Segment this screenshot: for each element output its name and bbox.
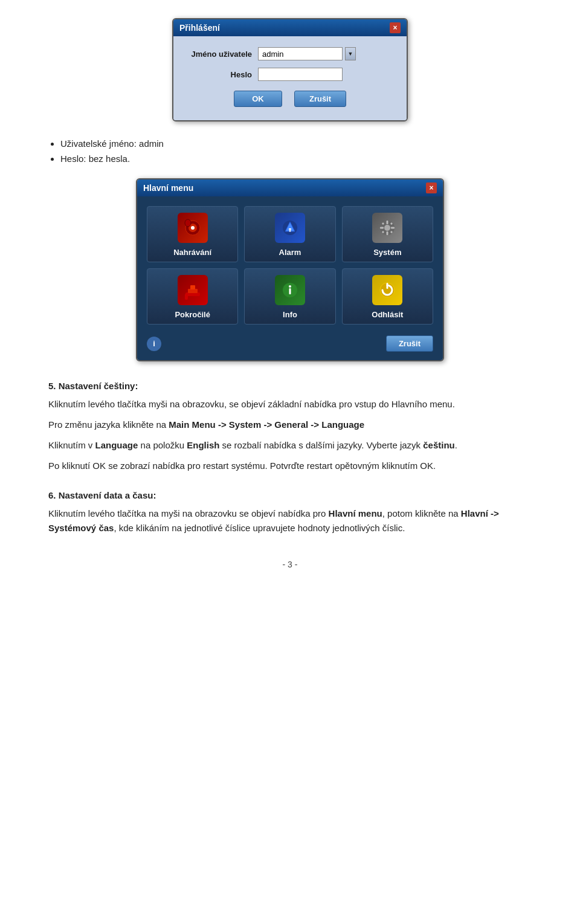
svg-point-3 (185, 219, 191, 227)
credentials-list: Uživatelské jméno: admin Heslo: bez hesl… (60, 138, 532, 164)
logout-label: Odhlásit (372, 310, 403, 319)
recording-svg (183, 218, 202, 237)
svg-rect-5 (289, 228, 291, 230)
recording-label: Nahrávání (173, 248, 211, 257)
section5-para3-bold1: Language (95, 440, 138, 450)
login-body: Jméno uživatele ▼ Heslo OK Zrušit (173, 36, 407, 120)
section6-para1-text1: Kliknutím levého tlačítka na myši na obr… (48, 508, 329, 519)
section6-para1: Kliknutím levého tlačítka na myši na obr… (48, 506, 532, 535)
svg-rect-22 (289, 288, 291, 294)
login-close-button[interactable]: × (390, 22, 401, 33)
password-row: Heslo (185, 68, 395, 81)
section5-heading: 5. Nastavení češtiny: (48, 381, 532, 391)
bullet-password: Heslo: bez hesla. (60, 153, 532, 164)
username-row: Jméno uživatele ▼ (185, 47, 395, 60)
system-label: Systém (373, 248, 401, 257)
section5-para3-bold3: češtinu (423, 440, 455, 450)
svg-rect-19 (190, 285, 195, 289)
svg-point-8 (384, 225, 390, 231)
section5-para1: Kliknutím levého tlačítka myši na obrazo… (48, 397, 532, 412)
section6: 6. Nastavení data a času: Kliknutím levé… (48, 490, 532, 535)
logout-icon (372, 275, 402, 305)
section5-para2-text1: Pro změnu jazyka klikněte na (48, 419, 169, 430)
login-dialog-wrapper: Přihlášení × Jméno uživatele ▼ Heslo OK … (48, 18, 532, 121)
section5-para4: Po kliknutí OK se zobrazí nabídka pro re… (48, 459, 532, 473)
page-footer: - 3 - (48, 560, 532, 569)
menu-item-advanced[interactable]: Pokročilé (147, 268, 238, 325)
system-icon (372, 213, 402, 243)
section5-para3-text4: . (455, 440, 457, 450)
section5-para3: Kliknutím v Language na položku English … (48, 438, 532, 453)
advanced-svg (183, 280, 202, 300)
password-input-wrapper (258, 68, 343, 81)
svg-point-23 (289, 285, 291, 288)
svg-rect-10 (387, 231, 388, 235)
mainmenu-dialog: Hlavní menu × Nahrávání (136, 178, 444, 361)
bullet-username: Uživatelské jméno: admin (60, 138, 532, 149)
section6-para1-bold1: Hlavní menu (329, 508, 382, 519)
mainmenu-dialog-wrapper: Hlavní menu × Nahrávání (48, 178, 532, 361)
system-svg (378, 218, 397, 237)
login-title: Přihlášení (179, 23, 220, 33)
section5-para3-text2: na položku (138, 440, 187, 450)
section6-heading: 6. Nastavení data a času: (48, 490, 532, 500)
login-buttons: OK Zrušit (185, 91, 395, 112)
password-label: Heslo (185, 70, 258, 79)
svg-rect-12 (391, 227, 395, 229)
alarm-svg (280, 218, 300, 237)
page-number: - 3 - (283, 560, 298, 569)
login-titlebar: Přihlášení × (173, 19, 407, 36)
svg-rect-25 (387, 283, 388, 289)
login-dialog: Přihlášení × Jméno uživatele ▼ Heslo OK … (172, 18, 408, 121)
menu-item-logout[interactable]: Odhlásit (342, 268, 433, 325)
login-ok-button[interactable]: OK (234, 91, 282, 107)
svg-rect-18 (188, 289, 198, 293)
menu-item-recording[interactable]: Nahrávání (147, 206, 238, 262)
username-label: Jméno uživatele (185, 50, 258, 59)
svg-rect-20 (185, 294, 188, 300)
mainmenu-info-badge: i (147, 337, 161, 351)
svg-point-6 (289, 230, 291, 232)
info-menu-icon (275, 275, 305, 305)
advanced-icon (178, 275, 208, 305)
login-cancel-button[interactable]: Zrušit (294, 91, 346, 107)
mainmenu-title: Hlavní menu (143, 183, 193, 193)
mainmenu-titlebar: Hlavní menu × (137, 179, 443, 196)
password-input[interactable] (258, 68, 343, 81)
alarm-label: Alarm (279, 248, 301, 257)
menu-item-system[interactable]: Systém (342, 206, 433, 262)
alarm-icon (275, 213, 305, 243)
section6-para1-text3: , kde klikáním na jednotlivé číslice upr… (114, 523, 405, 533)
info-svg (280, 280, 300, 300)
username-input[interactable] (258, 47, 343, 60)
svg-rect-9 (387, 221, 388, 224)
username-input-wrapper: ▼ (258, 47, 356, 60)
section5-para3-text3: se rozbalí nabídka s dalšími jazyky. Vyb… (219, 440, 423, 450)
section5-para2-bold1: Main Menu -> System -> General -> Langua… (169, 419, 364, 430)
recording-icon (178, 213, 208, 243)
section5-para2: Pro změnu jazyka klikněte na Main Menu -… (48, 418, 532, 432)
mainmenu-close-button[interactable]: Zrušit (386, 335, 433, 352)
menu-grid: Nahrávání Alarm (147, 206, 433, 325)
svg-rect-11 (380, 227, 384, 229)
section5: 5. Nastavení češtiny: Kliknutím levého t… (48, 381, 532, 473)
mainmenu-close-x-button[interactable]: × (426, 183, 437, 193)
advanced-label: Pokročilé (175, 310, 210, 319)
mainmenu-body: Nahrávání Alarm (137, 196, 443, 360)
menu-item-alarm[interactable]: Alarm (244, 206, 335, 262)
svg-point-2 (191, 226, 195, 230)
section6-para1-text2: , potom klikněte na (382, 508, 461, 519)
section5-para3-bold2: English (187, 440, 219, 450)
menu-item-info[interactable]: Info (244, 268, 335, 325)
logout-svg (378, 280, 397, 300)
section5-para3-text1: Kliknutím v (48, 440, 95, 450)
mainmenu-footer: i Zrušit (147, 331, 433, 354)
info-label: Info (283, 310, 297, 319)
username-dropdown-arrow[interactable]: ▼ (345, 47, 356, 60)
